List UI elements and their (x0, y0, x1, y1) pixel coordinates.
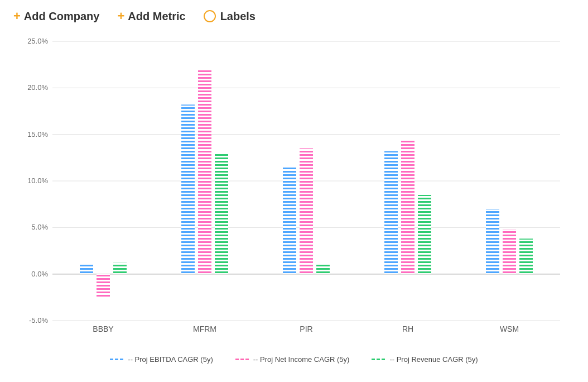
legend-dash-green (372, 359, 385, 360)
svg-text:0.0%: 0.0% (31, 270, 48, 278)
svg-text:BBBY: BBBY (93, 324, 114, 333)
labels-label: Labels (220, 10, 256, 23)
svg-text:MFRM: MFRM (193, 324, 216, 333)
svg-text:25.0%: 25.0% (27, 37, 48, 45)
chart-legend: -- Proj EBITDA CAGR (5y) -- Proj Net Inc… (13, 355, 575, 364)
svg-text:-5.0%: -5.0% (29, 316, 48, 324)
svg-rect-29 (300, 149, 313, 274)
legend-label-blue: -- Proj EBITDA CAGR (5y) (128, 355, 213, 364)
legend-dash-pink (235, 359, 249, 360)
svg-text:20.0%: 20.0% (27, 83, 48, 92)
legend-item-blue: -- Proj EBITDA CAGR (5y) (110, 355, 213, 364)
svg-text:10.0%: 10.0% (27, 176, 48, 185)
svg-rect-26 (215, 153, 228, 274)
add-company-label: Add Company (24, 10, 100, 23)
svg-rect-38 (519, 238, 533, 274)
svg-rect-24 (181, 104, 195, 274)
svg-rect-28 (283, 167, 296, 274)
svg-rect-33 (401, 139, 415, 274)
add-company-icon: + (13, 9, 21, 23)
svg-rect-34 (418, 195, 431, 274)
legend-item-green: -- Proj Revenue CAGR (5y) (372, 355, 478, 364)
svg-rect-37 (503, 230, 516, 274)
add-metric-label: Add Metric (128, 10, 185, 23)
bar-chart: 25.0%20.0%15.0%10.0%5.0%0.0%-5.0%BBBYMFR… (19, 30, 571, 348)
svg-rect-25 (198, 69, 211, 274)
svg-rect-30 (316, 265, 330, 274)
svg-text:WSM: WSM (500, 324, 519, 333)
svg-rect-21 (97, 274, 110, 298)
legend-dash-blue (110, 359, 123, 360)
add-metric-icon: + (117, 9, 124, 23)
svg-rect-20 (80, 265, 93, 274)
add-metric-button[interactable]: + Add Metric (117, 9, 185, 23)
svg-text:PIR: PIR (300, 324, 312, 333)
chart-area: 25.0%20.0%15.0%10.0%5.0%0.0%-5.0%BBBYMFR… (13, 30, 575, 373)
labels-button[interactable]: Labels (204, 10, 256, 23)
legend-item-pink: -- Proj Net Income CAGR (5y) (235, 355, 350, 364)
toolbar: + Add Company + Add Metric Labels (13, 9, 575, 23)
svg-rect-22 (113, 263, 127, 274)
legend-label-green: -- Proj Revenue CAGR (5y) (389, 355, 478, 364)
labels-circle-icon (204, 10, 216, 22)
svg-rect-32 (384, 151, 398, 274)
svg-text:15.0%: 15.0% (27, 130, 48, 139)
add-company-button[interactable]: + Add Company (13, 9, 99, 23)
svg-rect-36 (486, 209, 499, 274)
svg-text:5.0%: 5.0% (31, 223, 48, 231)
legend-label-pink: -- Proj Net Income CAGR (5y) (253, 355, 350, 364)
main-container: + Add Company + Add Metric Labels 25.0%2… (0, 0, 588, 382)
svg-text:RH: RH (402, 324, 413, 333)
